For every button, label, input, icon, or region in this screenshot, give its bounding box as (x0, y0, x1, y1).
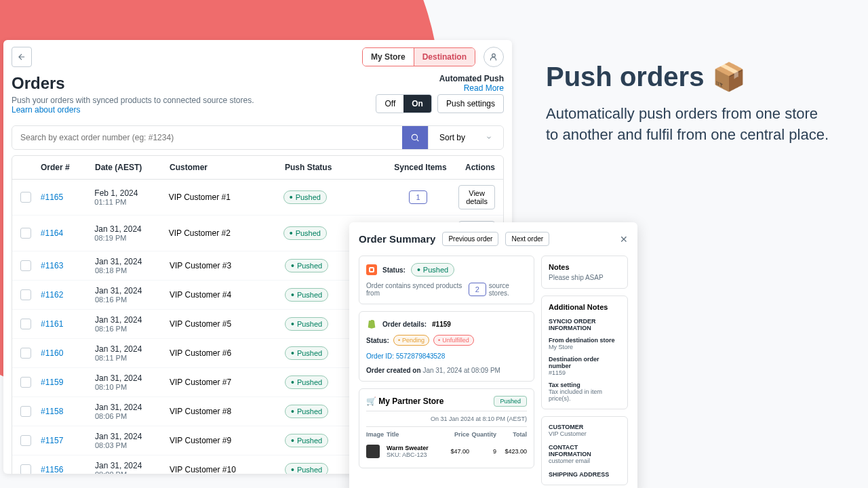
order-link[interactable]: #1165 (41, 192, 63, 202)
order-link[interactable]: #1163 (41, 261, 63, 270)
syncio-icon (366, 264, 377, 275)
pushed-badge: Pushed (494, 396, 527, 407)
line-item: Warm Sweater SKU: ABC-123 $47.00 9 $423.… (366, 442, 527, 461)
order-link[interactable]: #1159 (41, 378, 63, 387)
order-detail-panel: Order Summary Previous order Next order … (349, 222, 637, 488)
partner-store-name: 🛒 My Partner Store (366, 396, 443, 406)
status-badge: Pushed (285, 317, 328, 331)
row-checkbox[interactable] (20, 192, 31, 203)
view-details-button[interactable]: View details (458, 185, 495, 209)
next-order-button[interactable]: Next order (505, 232, 549, 246)
close-button[interactable]: ✕ (620, 234, 628, 245)
svg-point-1 (412, 134, 417, 140)
order-link[interactable]: #1161 (41, 319, 63, 329)
store-tabs: My Store Destination (362, 47, 475, 66)
order-details-card: Order details: #1159 Status: Pending Unf… (359, 311, 534, 382)
status-badge: Pushed (283, 190, 327, 204)
svg-point-0 (492, 54, 496, 57)
order-link[interactable]: #1157 (41, 436, 63, 445)
notes-card: Notes Please ship ASAP (541, 256, 628, 289)
customer-info-card: CUSTOMER VIP Customer CONTACT INFORMATIO… (541, 416, 628, 485)
toggle-off[interactable]: Off (376, 95, 403, 113)
promo-title: Push orders 📦 (546, 61, 831, 93)
table-row: #1165 Feb 1, 202401:11 PM VIP Customer #… (12, 180, 503, 216)
previous-order-button[interactable]: Previous order (442, 232, 498, 246)
page-subtitle: Push your orders with synced products to… (12, 96, 254, 105)
row-checkbox[interactable] (20, 289, 31, 300)
status-badge: Pushed (285, 346, 328, 360)
partner-store-card: 🛒 My Partner Store Pushed On 31 Jan 2024… (359, 388, 534, 468)
promo-body: Automatically push orders from one store… (546, 104, 831, 146)
row-checkbox[interactable] (20, 260, 31, 271)
row-checkbox[interactable] (20, 228, 31, 239)
push-settings-button[interactable]: Push settings (437, 94, 504, 113)
user-icon (489, 52, 498, 62)
avatar-button[interactable] (484, 47, 504, 67)
additional-notes-card: Additional Notes SYNCIO ORDER INFORMATIO… (541, 296, 628, 409)
table-header: Order # Date (AEST) Customer Push Status… (12, 156, 503, 180)
status-card: Status: Pushed Order contains synced pro… (359, 256, 534, 304)
row-checkbox[interactable] (20, 348, 31, 359)
order-link[interactable]: #1156 (41, 465, 63, 474)
auto-push-toggle: Off On (376, 94, 431, 113)
tab-my-store[interactable]: My Store (363, 48, 414, 66)
read-more-link[interactable]: Read More (376, 83, 504, 93)
sort-button[interactable]: Sort by (428, 126, 503, 149)
items-badge: 1 (409, 190, 427, 204)
status-badge: Pushed (285, 375, 328, 389)
row-checkbox[interactable] (20, 435, 31, 446)
row-checkbox[interactable] (20, 319, 31, 329)
learn-link[interactable]: Learn about orders (12, 105, 254, 115)
row-checkbox[interactable] (20, 464, 31, 474)
status-badge: Pushed (285, 463, 328, 474)
status-badge: Pushed (411, 263, 454, 277)
order-link[interactable]: #1164 (41, 228, 63, 238)
tab-destination[interactable]: Destination (414, 48, 475, 66)
order-link[interactable]: #1158 (41, 407, 63, 416)
search-icon (410, 133, 420, 142)
status-badge: Pushed (285, 288, 328, 302)
row-checkbox[interactable] (20, 377, 31, 388)
detail-title: Order Summary (359, 233, 435, 245)
chevron-down-icon (486, 134, 492, 141)
auto-push-label: Automated Push (376, 74, 504, 83)
status-badge: Pushed (285, 405, 328, 418)
search-button[interactable] (402, 126, 428, 149)
toggle-on[interactable]: On (403, 95, 431, 113)
order-link[interactable]: #1160 (41, 348, 63, 358)
order-id-link[interactable]: Order ID: 5572879843528 (366, 352, 527, 360)
promo-content: Push orders 📦 Automatically push orders … (546, 61, 831, 146)
shopify-icon (366, 319, 377, 329)
pending-badge: Pending (393, 335, 429, 346)
package-icon: 📦 (712, 61, 746, 93)
unfulfilled-badge: Unfulfilled (433, 335, 474, 346)
arrow-left-icon (17, 52, 26, 62)
back-button[interactable] (12, 47, 32, 67)
row-checkbox[interactable] (20, 406, 31, 417)
status-badge: Pushed (283, 226, 327, 240)
order-link[interactable]: #1162 (41, 290, 63, 300)
product-image (366, 445, 380, 458)
page-title: Orders (12, 74, 254, 93)
status-badge: Pushed (285, 259, 328, 272)
status-badge: Pushed (285, 434, 328, 447)
search-input[interactable] (12, 126, 402, 149)
